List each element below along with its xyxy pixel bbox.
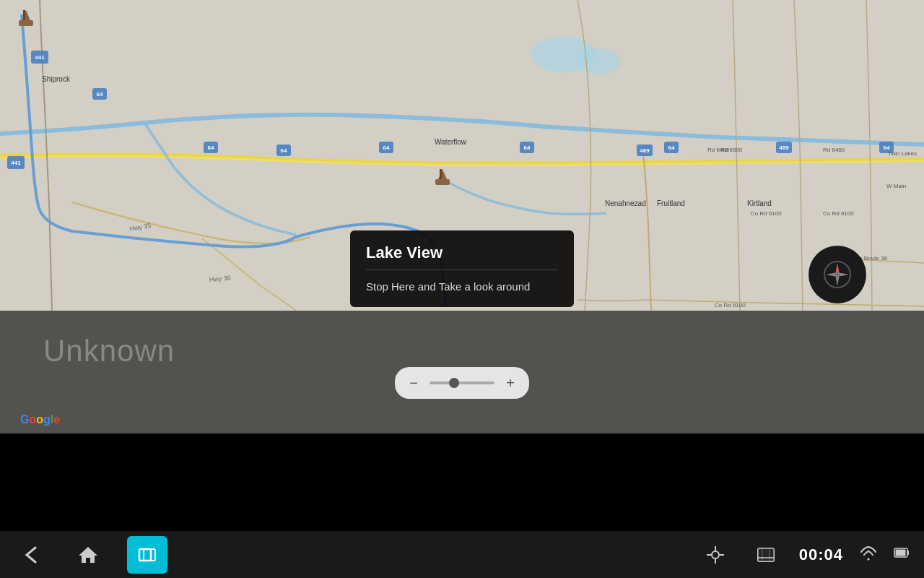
- svg-marker-54: [79, 547, 97, 563]
- svg-rect-55: [139, 549, 151, 561]
- svg-point-53: [835, 272, 840, 277]
- compass-button[interactable]: [808, 246, 866, 303]
- unknown-label: Unknown: [43, 334, 175, 368]
- svg-text:Rd 6500: Rd 6500: [720, 147, 743, 153]
- map-container[interactable]: 64 64 64 64 64 64 64 441 441 489 489 Shi…: [0, 0, 924, 434]
- svg-text:64: 64: [383, 144, 390, 151]
- nav-left: [14, 536, 167, 574]
- nav-bar: 00:04: [0, 531, 924, 578]
- svg-text:Waterflow: Waterflow: [435, 138, 467, 146]
- svg-text:441: 441: [11, 160, 21, 166]
- svg-text:64: 64: [524, 144, 531, 151]
- svg-text:64: 64: [668, 144, 675, 151]
- svg-text:Nenahnezad: Nenahnezad: [605, 199, 646, 207]
- zoom-plus-button[interactable]: +: [499, 371, 522, 394]
- svg-text:Rd 6480: Rd 6480: [823, 147, 845, 153]
- svg-rect-68: [896, 550, 906, 556]
- svg-text:Shiprock: Shiprock: [42, 75, 71, 83]
- svg-text:64: 64: [208, 144, 214, 151]
- svg-marker-43: [22, 10, 30, 20]
- popup-title: Lake View: [366, 243, 558, 262]
- svg-rect-56: [144, 549, 155, 561]
- svg-text:Kirtland: Kirtland: [747, 199, 772, 207]
- location-popup[interactable]: Lake View Stop Here and Take a look arou…: [350, 230, 574, 307]
- svg-point-57: [712, 551, 719, 558]
- status-time: 00:04: [799, 545, 843, 564]
- svg-text:64: 64: [97, 91, 103, 98]
- gps-location-button[interactable]: [698, 538, 733, 572]
- boat-marker-2: [430, 165, 456, 191]
- svg-text:W Main: W Main: [886, 183, 906, 189]
- svg-rect-45: [435, 179, 450, 185]
- svg-text:64: 64: [281, 147, 287, 154]
- svg-text:Twin Lakes: Twin Lakes: [888, 150, 917, 157]
- zoom-thumb: [449, 378, 459, 388]
- home-button[interactable]: [71, 538, 105, 572]
- svg-rect-69: [907, 551, 909, 555]
- svg-text:489: 489: [779, 144, 789, 151]
- svg-text:Co Rd 6100: Co Rd 6100: [823, 210, 854, 217]
- google-logo: Google: [20, 413, 60, 426]
- zoom-bar[interactable]: − +: [395, 367, 529, 399]
- zoom-minus-button[interactable]: −: [402, 371, 425, 394]
- popup-divider: [366, 269, 558, 270]
- wifi-icon: [859, 545, 878, 564]
- boat-marker-1: [13, 6, 39, 32]
- zoom-track: [430, 381, 494, 384]
- svg-rect-44: [23, 10, 25, 20]
- battery-icon: [894, 545, 910, 564]
- popup-description: Stop Here and Take a look around: [366, 279, 558, 294]
- svg-rect-42: [19, 20, 33, 26]
- svg-rect-47: [440, 169, 442, 179]
- svg-marker-46: [438, 169, 447, 179]
- svg-text:489: 489: [640, 147, 650, 154]
- svg-text:Co Rd 6100: Co Rd 6100: [715, 302, 746, 309]
- svg-text:Fruitland: Fruitland: [657, 199, 685, 207]
- recent-apps-button[interactable]: [127, 536, 167, 574]
- svg-text:441: 441: [35, 54, 45, 61]
- svg-text:Co Rd 6100: Co Rd 6100: [751, 210, 782, 217]
- back-button[interactable]: [14, 538, 49, 572]
- svg-rect-63: [758, 548, 774, 561]
- nav-right: 00:04: [698, 538, 910, 572]
- svg-point-2: [578, 48, 621, 74]
- gallery-button[interactable]: [749, 538, 783, 572]
